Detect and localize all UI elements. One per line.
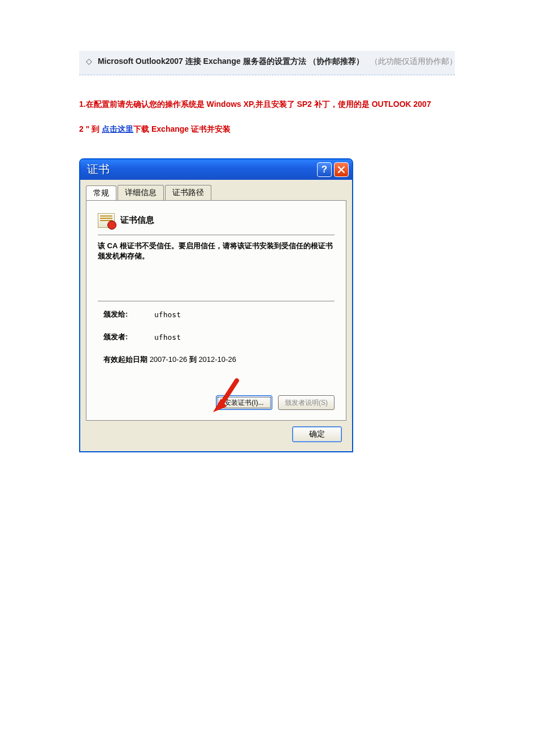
valid-to-label: 到 [189,355,197,364]
cert-warning-text: 该 CA 根证书不受信任。要启用信任，请将该证书安装到受信任的根证书颁发机构存储… [98,241,335,261]
certificate-icon [98,213,115,228]
close-icon [337,166,345,174]
dialog-titlebar[interactable]: 证书 ? [80,159,352,180]
divider [98,301,335,301]
valid-from-value: 2007-10-26 [150,355,188,364]
instruction-step-1: 1.在配置前请先确认您的操作系统是 Windows XP,并且安装了 SP2 补… [79,98,455,110]
download-cert-link[interactable]: 点击这里 [102,124,133,133]
cert-info-heading: 证书信息 [120,215,154,226]
validity-row: 有效起始日期 2007-10-26 到 2012-10-26 [98,352,335,365]
issued-to-row: 颁发给: ufhost [98,307,335,330]
issuer-statement-button: 颁发者说明(S) [278,395,335,410]
tab-general[interactable]: 常规 [86,185,116,201]
issued-by-label: 颁发者: [103,332,144,342]
step2-prefix: 2 " 到 [79,124,99,133]
dialog-tabs: 常规 详细信息 证书路径 [86,184,346,200]
issued-by-row: 颁发者: ufhost [98,330,335,352]
ok-button[interactable]: 确定 [292,426,342,442]
tab-panel-general: 证书信息 该 CA 根证书不受信任。要启用信任，请将该证书安装到受信任的根证书颁… [86,200,346,421]
divider [98,235,335,235]
issued-by-value: ufhost [154,333,181,342]
tab-details[interactable]: 详细信息 [118,185,164,200]
issued-to-value: ufhost [154,310,181,319]
issued-to-label: 颁发给: [103,309,144,319]
help-button[interactable]: ? [317,162,332,177]
step2-suffix: 下载 Exchange 证书并安装 [133,124,231,133]
valid-to-value: 2012-10-26 [198,355,236,364]
page-title: Microsoft Outlook2007 连接 Exchange 服务器的设置… [98,57,364,66]
close-button[interactable] [334,162,349,177]
valid-from-label: 有效起始日期 [103,355,147,364]
certificate-dialog: 证书 ? 常规 详细信息 证书路径 证书信息 该 CA 根证书不受信任。要启用信… [79,158,353,452]
page-title-note: （此功能仅适用协作邮） [370,57,457,66]
page-header-banner: ◇ Microsoft Outlook2007 连接 Exchange 服务器的… [79,51,455,75]
dialog-title: 证书 [87,162,315,177]
diamond-icon: ◇ [86,57,92,66]
instruction-step-2: 2 " 到 点击这里下载 Exchange 证书并安装 [79,123,455,135]
tab-cert-path[interactable]: 证书路径 [165,185,211,200]
install-certificate-button[interactable]: 安装证书(I)... [216,395,272,410]
